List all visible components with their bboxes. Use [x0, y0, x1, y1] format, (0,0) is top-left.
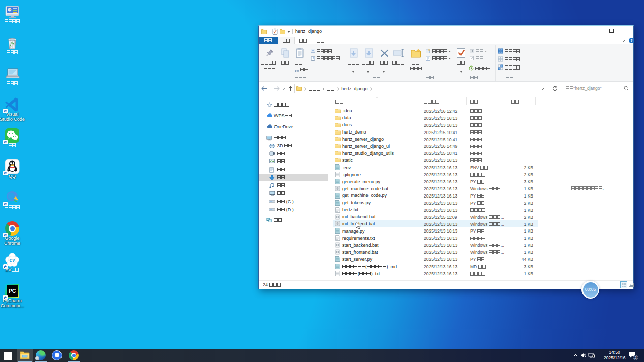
svg-text:ev: ev	[9, 257, 16, 263]
